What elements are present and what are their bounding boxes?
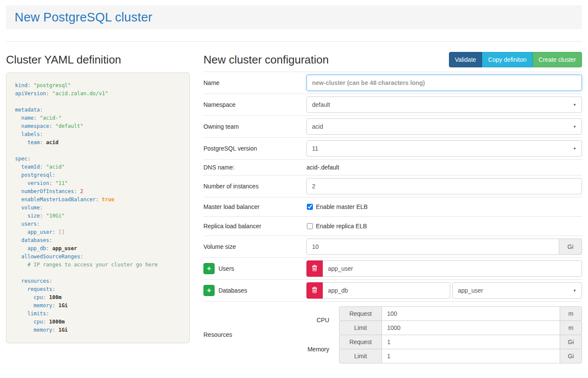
yaml-line: spec: [15, 155, 181, 163]
yaml-line [15, 269, 181, 277]
cpu-request-addon: Request [339, 306, 382, 321]
delete-user-button[interactable] [306, 260, 323, 277]
user-name-input[interactable] [323, 260, 582, 277]
yaml-line: labels: [15, 130, 181, 139]
page-title: New PostgreSQL cluster [15, 9, 573, 25]
yaml-line: allowedSourceRanges: [15, 253, 181, 261]
add-user-button[interactable]: + [203, 263, 215, 274]
yaml-line: # IP ranges to access your cluster go he… [15, 261, 181, 269]
yaml-line [15, 147, 181, 155]
yaml-panel: kind: "postgresql"apiVersion: "acid.zala… [6, 73, 190, 343]
volume-size-input[interactable] [306, 239, 559, 255]
databases-row: + Databases [203, 280, 582, 302]
instances-label: Number of instances [203, 183, 306, 190]
yaml-line: version: "11" [15, 179, 181, 187]
memory-limit-group: Limit Gi [339, 349, 582, 363]
master-elb-checkbox-group: Enable master ELB [306, 203, 368, 210]
memory-request-unit-addon: Gi [560, 335, 582, 349]
master-lb-row: Master load balancer Enable master ELB [203, 197, 582, 217]
replica-elb-checkbox-label: Enable replica ELB [316, 223, 367, 230]
postgresql-version-selected-value: 11 [312, 145, 318, 152]
yaml-line: name: "acid-" [15, 114, 181, 122]
yaml-line: cpu: 1000m [15, 318, 181, 326]
page: New PostgreSQL cluster Cluster YAML defi… [0, 5, 588, 368]
validate-button[interactable]: Validate [449, 52, 482, 67]
yaml-line: requests: [15, 285, 181, 293]
database-name-input[interactable] [323, 282, 450, 299]
delete-database-button[interactable] [306, 282, 323, 299]
namespace-label: Namespace [203, 101, 306, 108]
copy-definition-button[interactable]: Copy definiton [482, 52, 533, 67]
replica-lb-label: Replica load balancer [203, 223, 306, 230]
cpu-request-input[interactable] [382, 306, 560, 321]
name-row: Name [203, 72, 582, 94]
namespace-select[interactable]: default ▼ [306, 97, 582, 113]
toolbar: Validate Copy definiton Create cluster [449, 52, 582, 67]
cpu-request-unit-addon: m [560, 306, 582, 321]
yaml-line: apiVersion: "acid.zalan.do/v1" [15, 90, 181, 98]
yaml-line: cpu: 100m [15, 293, 181, 302]
yaml-line: enableMasterLoadBalancer: true [15, 196, 181, 204]
databases-label: Databases [218, 287, 247, 294]
users-label: Users [218, 265, 234, 272]
yaml-line: limits: [15, 310, 181, 318]
yaml-line: size: "10Gi" [15, 212, 181, 220]
replica-lb-row: Replica load balancer Enable replica ELB [203, 217, 582, 236]
memory-request-addon: Request [339, 335, 382, 349]
cluster-form: Name Namespace default ▼ [203, 72, 582, 368]
owning-team-select[interactable]: acid ▼ [306, 118, 582, 135]
resources-label: Resources [203, 331, 306, 338]
trash-icon [312, 265, 318, 273]
replica-elb-checkbox[interactable] [307, 223, 313, 229]
dns-name-row: DNS name: acid-.default [203, 160, 582, 175]
cpu-limit-group: Limit m [339, 321, 582, 335]
page-header: New PostgreSQL cluster [6, 5, 582, 29]
yaml-column: Cluster YAML definition kind: "postgresq… [6, 42, 190, 368]
users-row: + Users [203, 258, 582, 280]
yaml-heading: Cluster YAML definition [6, 53, 190, 67]
memory-limit-unit-addon: Gi [560, 349, 582, 363]
postgresql-version-row: PostgreSQL version 11 ▼ [203, 138, 582, 160]
dns-name-label: DNS name: [203, 164, 306, 171]
yaml-code: kind: "postgresql"apiVersion: "acid.zala… [15, 82, 181, 334]
yaml-line: memory: 1Gi [15, 326, 181, 334]
create-cluster-button[interactable]: Create cluster [533, 52, 582, 67]
cpu-label: CPU [306, 305, 339, 335]
postgresql-version-select[interactable]: 11 ▼ [306, 140, 582, 157]
chevron-down-icon: ▼ [573, 103, 576, 107]
add-database-button[interactable]: + [203, 285, 215, 296]
yaml-line: postgresql: [15, 171, 181, 179]
yaml-line: app_db: app_user [15, 245, 181, 253]
resources-row: Resources CPU Memory Request m [203, 302, 582, 368]
memory-request-group: Request Gi [339, 335, 582, 349]
master-elb-checkbox-label: Enable master ELB [316, 203, 368, 210]
owning-team-label: Owning team [203, 123, 306, 130]
name-input[interactable] [306, 75, 582, 91]
memory-limit-input[interactable] [382, 349, 560, 363]
namespace-selected-value: default [312, 101, 330, 108]
volume-size-row: Volume size Gi [203, 236, 582, 258]
postgresql-version-label: PostgreSQL version [203, 145, 306, 152]
master-elb-checkbox[interactable] [307, 204, 313, 210]
plus-icon: + [207, 287, 211, 294]
yaml-line: resources: [15, 277, 181, 285]
instances-input[interactable] [306, 178, 582, 194]
chevron-down-icon: ▼ [573, 289, 576, 293]
yaml-line [15, 98, 181, 106]
cpu-limit-input[interactable] [382, 321, 560, 335]
plus-icon: + [207, 265, 211, 272]
yaml-line: volume: [15, 204, 181, 212]
database-owner-select[interactable]: app_user ▼ [452, 282, 582, 299]
resources-inputs: Request m Limit m Request [339, 306, 582, 363]
yaml-line: app_user: [] [15, 228, 181, 236]
memory-label: Memory [306, 335, 339, 364]
memory-request-input[interactable] [382, 335, 560, 349]
config-header: New cluster configuration Validate Copy … [203, 52, 582, 67]
trash-icon [312, 287, 318, 295]
cpu-request-group: Request m [339, 306, 582, 321]
yaml-line: namespace: "default" [15, 122, 181, 130]
yaml-line: metadata: [15, 106, 181, 114]
memory-limit-addon: Limit [339, 349, 382, 363]
config-heading: New cluster configuration [203, 53, 329, 67]
chevron-down-icon: ▼ [573, 147, 576, 151]
